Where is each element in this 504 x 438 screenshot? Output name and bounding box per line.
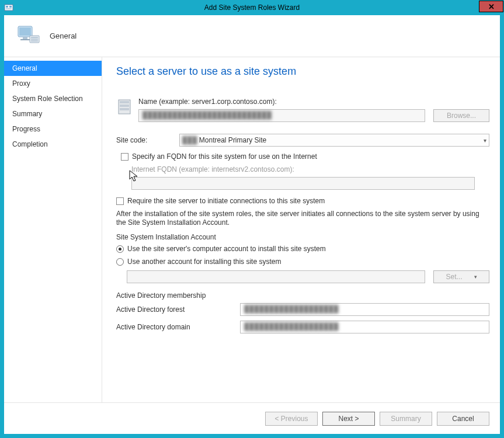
site-code-value: ███ Montreal Primary Site xyxy=(182,136,266,144)
computer-icon xyxy=(15,23,41,50)
install-account-heading: Site System Installation Account xyxy=(116,233,489,241)
nav-item-summary[interactable]: Summary xyxy=(4,106,102,121)
wizard-content: Select a server to use as a site system … xyxy=(102,57,500,402)
nav-item-system-role-selection[interactable]: System Role Selection xyxy=(4,91,102,106)
nav-item-completion[interactable]: Completion xyxy=(4,137,102,152)
site-code-select[interactable]: ███ Montreal Primary Site ▾ xyxy=(179,134,489,147)
specify-fqdn-checkbox[interactable] xyxy=(121,153,128,161)
ad-membership-heading: Active Directory membership xyxy=(116,291,489,300)
svg-rect-3 xyxy=(6,8,12,9)
site-code-label: Site code: xyxy=(116,136,179,144)
svg-rect-13 xyxy=(120,101,129,103)
require-initiate-checkbox[interactable] xyxy=(116,197,124,205)
radio-use-other-account[interactable] xyxy=(116,258,124,266)
nav-item-general[interactable]: General xyxy=(4,61,102,76)
other-account-input xyxy=(127,270,425,283)
window-body: General General Proxy System Role Select… xyxy=(4,15,500,434)
radio-use-computer-account[interactable] xyxy=(116,245,124,253)
close-button[interactable]: ✕ xyxy=(479,1,503,12)
internet-fqdn-caption: Internet FQDN (example: internetsrv2.con… xyxy=(131,165,489,173)
svg-rect-14 xyxy=(120,105,129,107)
ad-forest-input[interactable]: ███████████████████ xyxy=(240,303,489,316)
server-name-caption: Name (example: server1.corp.contoso.com)… xyxy=(138,98,489,106)
nav-item-proxy[interactable]: Proxy xyxy=(4,76,102,91)
wizard-window: Add Site System Roles Wizard ✕ General xyxy=(0,0,504,438)
radio-use-computer-label: Use the site server's computer account t… xyxy=(127,245,326,253)
server-icon xyxy=(116,99,133,115)
radio-use-other-label: Use another account for installing this … xyxy=(127,258,281,266)
window-title: Add Site System Roles Wizard xyxy=(204,4,300,12)
svg-rect-15 xyxy=(120,108,129,110)
page-title: General xyxy=(50,32,77,40)
nav-item-progress[interactable]: Progress xyxy=(4,121,102,137)
explain-text: After the installation of the site syste… xyxy=(116,210,489,227)
summary-button[interactable]: Summary xyxy=(380,412,432,426)
specify-fqdn-label: Specify an FQDN for this site system for… xyxy=(132,152,317,161)
previous-button[interactable]: < Previous xyxy=(265,412,318,426)
svg-rect-10 xyxy=(31,39,38,40)
browse-button[interactable]: Browse... xyxy=(433,109,489,122)
wizard-footer: < Previous Next > Summary Cancel xyxy=(4,402,500,434)
svg-rect-2 xyxy=(9,6,12,8)
svg-rect-7 xyxy=(20,39,30,40)
cancel-button[interactable]: Cancel xyxy=(437,412,489,426)
svg-rect-1 xyxy=(6,6,8,8)
content-heading: Select a server to use as a site system xyxy=(116,65,489,78)
titlebar: Add Site System Roles Wizard ✕ xyxy=(1,1,503,15)
internet-fqdn-input xyxy=(131,177,475,190)
ad-domain-label: Active Directory domain xyxy=(116,323,240,331)
svg-rect-5 xyxy=(19,27,31,36)
wizard-nav: General Proxy System Role Selection Summ… xyxy=(4,57,102,402)
chevron-down-icon: ▾ xyxy=(484,137,486,144)
svg-rect-6 xyxy=(23,37,27,39)
wizard-header: General xyxy=(4,15,500,57)
require-initiate-label: Require the site server to initiate conn… xyxy=(127,197,325,205)
ad-domain-input[interactable]: ███████████████████ xyxy=(240,321,489,333)
svg-rect-9 xyxy=(31,37,38,38)
next-button[interactable]: Next > xyxy=(322,412,375,426)
set-account-button[interactable]: Set... xyxy=(433,270,489,283)
server-name-input[interactable]: ██████████████████████████ xyxy=(138,109,425,122)
svg-rect-11 xyxy=(31,40,38,41)
app-icon xyxy=(4,3,13,12)
close-icon: ✕ xyxy=(488,2,495,11)
ad-forest-label: Active Directory forest xyxy=(116,305,240,314)
